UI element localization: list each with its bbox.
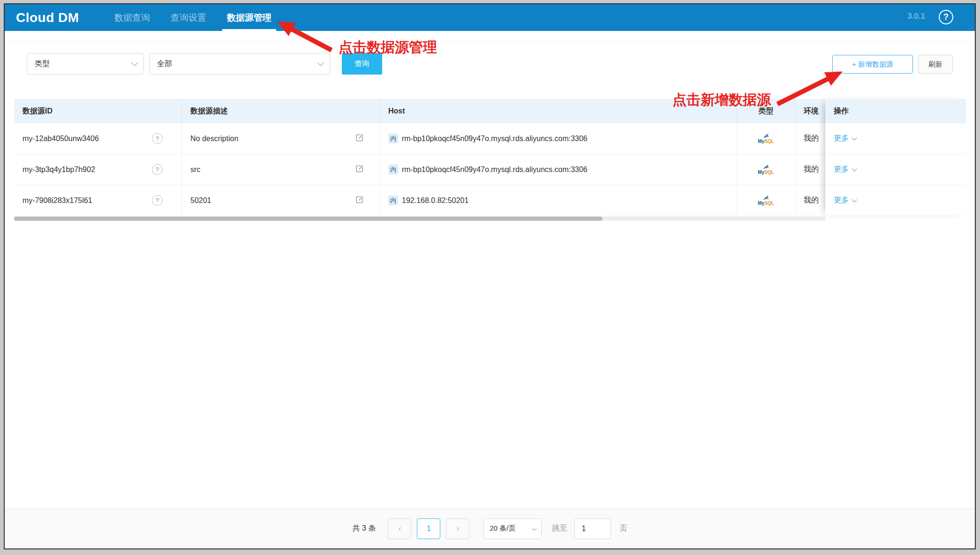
prev-page-button[interactable]: ‹ bbox=[388, 518, 411, 539]
host-address: rm-bp10pkoqcf45n09y47o.mysql.rds.aliyunc… bbox=[402, 165, 588, 174]
type-filter-value: 类型 bbox=[35, 59, 50, 69]
version-label: 3.0.1 bbox=[907, 12, 925, 21]
jump-to-label: 跳至 bbox=[552, 524, 567, 533]
datasource-id: my-3tp3q4y1bp7h902 bbox=[23, 165, 95, 174]
datasource-description: src bbox=[190, 165, 200, 174]
datasource-description: No description bbox=[190, 135, 238, 143]
edit-description-icon[interactable] bbox=[355, 164, 364, 175]
scope-filter-select[interactable]: 全部 bbox=[149, 53, 330, 75]
mysql-icon: MySQL bbox=[758, 134, 774, 144]
nav-tabs: 数据查询 查询设置 数据源管理 bbox=[104, 4, 282, 31]
current-page-button[interactable]: 1 bbox=[417, 518, 440, 539]
annotation-arrows bbox=[5, 4, 975, 549]
annotation-click-add-datasource: 点击新增数据源 bbox=[672, 90, 771, 110]
arrow-to-tab bbox=[289, 28, 332, 50]
add-datasource-button[interactable]: + 新增数据源 bbox=[832, 55, 913, 74]
mysql-icon: MySQL bbox=[758, 165, 774, 175]
table-scroll-region: 数据源ID 数据源描述 Host 类型 环境 my-12ab4050unw340… bbox=[14, 99, 825, 216]
row-help-icon[interactable]: ? bbox=[152, 133, 163, 144]
edit-description-icon[interactable] bbox=[355, 133, 364, 144]
environment-cell: 我的 bbox=[795, 185, 825, 216]
header-actions: 操作 bbox=[825, 99, 966, 123]
refresh-button[interactable]: 刷新 bbox=[918, 55, 953, 74]
internal-network-badge: 内 bbox=[388, 134, 398, 143]
header-description: 数据源描述 bbox=[182, 99, 380, 123]
row-help-icon[interactable]: ? bbox=[152, 164, 163, 175]
internal-network-badge: 内 bbox=[388, 195, 398, 205]
type-filter-select[interactable]: 类型 bbox=[27, 53, 144, 75]
app-window: Cloud DM 数据查询 查询设置 数据源管理 3.0.1 ? 类型 全部 查… bbox=[4, 3, 976, 549]
table-row: my-7908i283x175l61 ? 50201 内 192.168.0.8… bbox=[14, 185, 825, 216]
total-count-label: 共 3 条 bbox=[353, 524, 376, 533]
datasource-table: 数据源ID 数据源描述 Host 类型 环境 my-12ab4050unw340… bbox=[14, 99, 966, 216]
pagination: 共 3 条 ‹ 1 › 20 条/页 跳至 页 bbox=[353, 518, 627, 539]
chevron-down-icon bbox=[852, 166, 857, 171]
content-divider bbox=[5, 42, 975, 42]
chevron-down-icon bbox=[532, 525, 537, 530]
chevron-down-icon bbox=[852, 197, 857, 202]
tab-query-settings[interactable]: 查询设置 bbox=[160, 4, 217, 31]
datasource-description: 50201 bbox=[190, 196, 211, 205]
host-address: rm-bp10pkoqcf45n09y47o.mysql.rds.aliyunc… bbox=[402, 135, 588, 143]
top-navigation-bar: Cloud DM 数据查询 查询设置 数据源管理 3.0.1 ? bbox=[5, 4, 975, 31]
table-row: my-3tp3q4y1bp7h902 ? src 内 rm-bp10pkoqcf… bbox=[14, 154, 825, 185]
datasource-id: my-7908i283x175l61 bbox=[23, 196, 92, 205]
next-page-button[interactable]: › bbox=[446, 518, 469, 539]
host-address: 192.168.0.82:50201 bbox=[402, 196, 468, 205]
tab-data-query[interactable]: 数据查询 bbox=[104, 4, 160, 31]
scope-filter-value: 全部 bbox=[157, 59, 172, 69]
horizontal-scrollbar-track[interactable] bbox=[14, 217, 825, 221]
tab-datasource-management[interactable]: 数据源管理 bbox=[217, 4, 282, 31]
environment-cell: 我的 bbox=[795, 123, 825, 154]
page-size-select[interactable]: 20 条/页 bbox=[483, 518, 542, 539]
app-logo: Cloud DM bbox=[16, 4, 79, 31]
edit-description-icon[interactable] bbox=[355, 195, 364, 206]
page-size-value: 20 条/页 bbox=[490, 524, 515, 533]
footer-bar: 共 3 条 ‹ 1 › 20 条/页 跳至 页 bbox=[5, 508, 975, 548]
table-row: my-12ab4050unw3406 ? No description 内 rm… bbox=[14, 123, 825, 154]
horizontal-scrollbar-thumb[interactable] bbox=[14, 217, 603, 221]
jump-page-input[interactable] bbox=[574, 518, 611, 539]
page-unit-label: 页 bbox=[619, 524, 627, 533]
header-environment: 环境 bbox=[795, 99, 825, 123]
internal-network-badge: 内 bbox=[388, 165, 398, 174]
more-actions-link[interactable]: 更多 bbox=[834, 195, 856, 205]
chevron-down-icon bbox=[317, 60, 324, 66]
more-actions-link[interactable]: 更多 bbox=[834, 165, 856, 174]
row-help-icon[interactable]: ? bbox=[152, 195, 163, 206]
datasource-id: my-12ab4050unw3406 bbox=[23, 135, 99, 143]
chevron-down-icon bbox=[131, 60, 138, 66]
header-datasource-id: 数据源ID bbox=[14, 99, 182, 123]
environment-cell: 我的 bbox=[795, 154, 825, 185]
mysql-icon: MySQL bbox=[758, 195, 774, 206]
annotation-click-datasource-tab: 点击数据源管理 bbox=[339, 38, 437, 57]
chevron-down-icon bbox=[852, 135, 857, 140]
more-actions-link[interactable]: 更多 bbox=[834, 134, 856, 143]
actions-fixed-column: 操作 更多 更多 更多 bbox=[825, 99, 966, 216]
help-icon[interactable]: ? bbox=[939, 10, 953, 24]
